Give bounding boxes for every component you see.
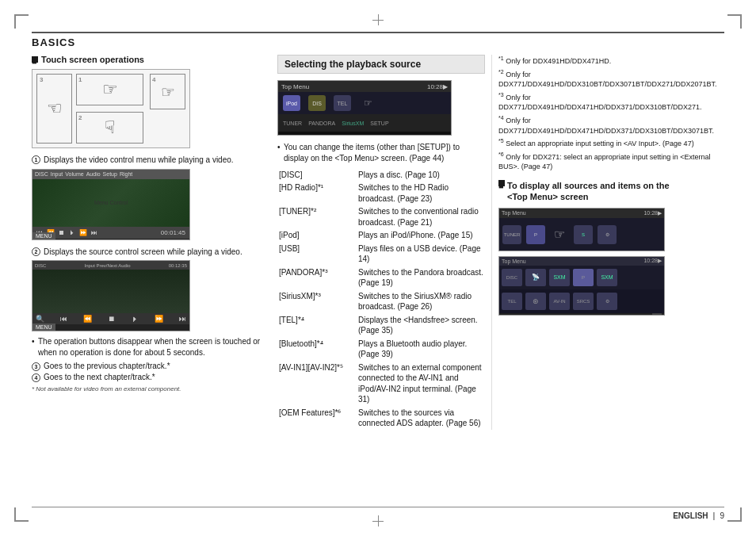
video-controls-1: ⏮ ⏪ ⏹ ⏵ ⏩ ⏭ 00:01:45 [32,227,189,239]
video-toolbar: DISC Input Volume Audio Setup Right [32,170,189,179]
corner-mark-tl [14,14,29,29]
source-desc-usb: Plays files on a USB device. (Page 14) [357,242,485,266]
right-col: *1 Only for DDX491HD/DDX471HD. *2 Only f… [491,55,724,430]
footer-separator: | [713,511,716,520]
video-content-1: Menu Control [32,179,189,227]
tm2-bt-icon: ⊛ [525,293,546,310]
zone-2: ☟ 2 [76,112,143,144]
operation-bullet: • The operation buttons disappear when t… [32,336,269,358]
source-key-disc: [DISC] [277,168,357,182]
disc-icon-src: DIS [308,95,326,111]
top-rule [32,32,724,33]
ipod-icon: iPod [283,95,300,111]
bullet-icon: ■ [32,56,38,63]
menu-label: MENU [32,232,55,239]
corner-mark-bl [14,507,29,522]
top-menu-screen-1: Top Menu 10:28▶ TUNER P ☞ S ⚙ [498,208,665,251]
video-controls-2: 🔍 ⏮ ⏪ ⏹ ⏵ ⏩ ⏭ [32,313,189,324]
num-1: 1 [32,155,40,164]
left-col: ■ Touch screen operations ☜ 3 ☞ 1 ☟ 2 [32,55,277,430]
source-key-tuner: [TUNER]*² [277,205,357,229]
source-desc-hd: Switches to the HD Radio broadcast. (Pag… [357,182,485,205]
zone-1: ☞ 1 [76,74,143,105]
source-row-pandora: [PANDORA]*³ Switches to the Pandora broa… [277,266,485,289]
footnote-6: *6 Only for DDX271: select an appropriat… [498,151,724,172]
tm-touch-icon: ☞ [550,225,569,244]
source-row-oem: [OEM Features]*⁶ Switches to the sources… [277,406,485,430]
source-desc-bluetooth: Plays a Bluetooth audio player. (Page 39… [357,337,485,361]
source-key-pandora: [PANDORA]*³ [277,266,357,289]
source-desc-tel: Displays the <Handsfree> screen. (Page 3… [357,313,485,337]
touch-diagram: ☜ 3 ☞ 1 ☟ 2 ☞ 4 [32,69,190,148]
tm2-row-1: DISC 📡 SXM P SXM [499,266,664,289]
tel-icon-src: TEL [334,95,351,111]
source-desc-pandora: Switches to the Pandora broadcast. (Page… [357,266,485,289]
tm-siriusxm-icon: S [574,225,593,244]
source-key-avin: [AV-IN1][AV-IN2]*⁵ [277,361,357,406]
source-key-usb: [USB] [277,242,357,266]
num-3: 3 [32,362,40,371]
tm2-p-icon: P [573,269,594,286]
step-4: 4 Goes to the next chapter/track.* [32,373,269,382]
tm2-src-icon: SRCS [573,293,594,310]
tm2-setup2-icon: ⚙ [597,293,617,310]
num-2: 2 [32,247,40,256]
video-screen-2: DISC Input Prev/Next Audio 00:12:35 🔍 ⏮ … [32,260,190,331]
tm-icons-1: TUNER P ☞ S ⚙ [499,218,664,251]
source-icons-row: iPod DIS TEL ☞ [278,92,451,114]
zone-3: ☜ 3 [36,74,72,144]
source-desc-ipod: Plays an iPod/iPhone. (Page 15) [357,229,485,243]
top-menu-screen-2: Top Menu 10:28▶ DISC 📡 SXM P SXM TEL ⊛ A… [498,256,665,316]
content-columns: ■ Touch screen operations ☜ 3 ☞ 1 ☟ 2 [32,55,724,430]
top-menu-screen-2-wrapper: Top Menu 10:28▶ DISC 📡 SXM P SXM TEL ⊛ A… [498,256,724,316]
step-2: 2 Displays the source control screen whi… [32,247,269,258]
source-screen: Top Menu 10:28▶ iPod DIS TEL ☞ TUNER PAN… [277,80,452,136]
footnote-1: *1 Only for DDX491HD/DDX471HD. [498,55,724,67]
source-row-siriusxm: [SiriusXM]*³ Switches to the SiriusXM® r… [277,289,485,313]
source-top-bar: Top Menu 10:28▶ [278,81,451,92]
tm-pandora-icon: P [526,225,545,244]
footnote-3: *3 Only for DDX771/DDX491HD/DDX471HD/DDX… [498,91,724,113]
corner-mark-br [727,507,742,522]
footnote-external: * Not available for video from an extern… [32,385,269,392]
hand-cursor-icon: ☞ [359,95,376,111]
source-row-disc: [DISC] Plays a disc. (Page 10) [277,168,485,182]
tm-tuner-icon: TUNER [502,225,521,244]
touch-screen-title: ■ Touch screen operations [32,55,269,64]
source-key-siriusxm: [SiriusXM]*³ [277,289,357,313]
num-4: 4 [32,373,40,382]
footnote-2: *2 Only for DDX771/DDX491HD/DDX310BT/DDX… [498,68,724,90]
footnotes-area: *1 Only for DDX491HD/DDX471HD. *2 Only f… [498,55,724,172]
tm-setup-icon: ⚙ [598,225,617,244]
source-row-usb: [USB] Plays files on a USB device. (Page… [277,242,485,266]
source-row-bluetooth: [Bluetooth]*⁴ Plays a Bluetooth audio pl… [277,337,485,361]
page-footer: ENGLISH | 9 [32,507,724,520]
display-sources-title: ■ To display all sources and items on th… [498,180,724,203]
source-row-ipod: [iPod] Plays an iPod/iPhone. (Page 15) [277,229,485,243]
corner-mark-tr [727,14,742,29]
menu-label-2: MENU [32,324,55,331]
display-bullet-icon: ■ [498,180,505,186]
source-key-oem: [OEM Features]*⁶ [277,406,357,430]
video-content-2 [32,270,189,313]
source-bottom-row: TUNER PANDORA SiriusXM SETUP [278,114,451,132]
source-row-tuner: [TUNER]*² Switches to the conventional r… [277,205,485,229]
middle-col: Selecting the playback source Top Menu 1… [277,55,491,430]
tm2-disc-icon: DISC [502,269,522,286]
footer-page: 9 [720,511,724,520]
video-screen-1: DISC Input Volume Audio Setup Right Menu… [32,169,190,240]
sources-table: [DISC] Plays a disc. (Page 10) [HD Radio… [277,168,485,430]
footer-right: ENGLISH | 9 [673,511,724,520]
footnote-4: *4 Only for DDX771/DDX491HD/DDX471HD/DDX… [498,114,724,136]
source-desc-tuner: Switches to the conventional radio broad… [357,205,485,229]
step-1: 1 Displays the video control menu while … [32,155,269,166]
tm-bar-1: Top Menu 10:28▶ [499,209,664,218]
playback-header: Selecting the playback source [277,55,485,74]
tm2-scroll: ▼ [499,313,664,316]
crosshair-top [372,14,384,21]
footer-lang: ENGLISH [673,511,708,520]
tm2-label: Top Menu 10:28▶ [499,257,664,266]
tm2-siri-icon: SXM [549,269,570,286]
section-title: BASICS [32,36,724,48]
source-desc-disc: Plays a disc. (Page 10) [357,168,485,182]
